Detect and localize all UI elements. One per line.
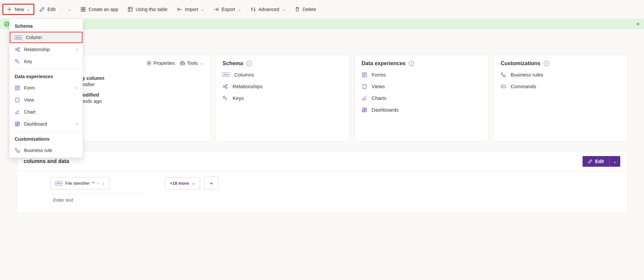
chevron-down-icon: ⌄ <box>68 7 71 12</box>
chevron-down-icon: ⌄ <box>613 159 617 164</box>
dropdown-section-custom: Customizations <box>9 133 83 144</box>
import-button[interactable]: Import ⌄ <box>173 4 208 15</box>
menu-item-label: Key <box>24 59 32 64</box>
menu-item-business-rule[interactable]: Business rule <box>9 144 83 156</box>
using-table-button[interactable]: Using this table <box>124 4 172 15</box>
keys-link[interactable]: Keys <box>222 95 342 101</box>
chevron-down-icon: ⌄ <box>200 61 203 65</box>
chevron-down-icon: ⌄ <box>201 7 204 12</box>
chart-icon <box>15 109 20 115</box>
info-icon[interactable]: i <box>409 61 414 66</box>
table-icon <box>128 7 133 12</box>
menu-item-label: Dashboard <box>24 121 47 127</box>
trash-icon <box>295 7 300 12</box>
data-cell-input[interactable]: Enter text <box>50 194 151 206</box>
custom-card-title: Customizations <box>501 60 540 66</box>
info-icon[interactable]: i <box>544 61 549 66</box>
delete-label: Delete <box>303 7 316 12</box>
views-link[interactable]: Views <box>362 84 481 89</box>
more-columns-button[interactable]: +18 more ⌄ <box>165 177 200 189</box>
edit-split-button[interactable]: ⌄ <box>609 156 620 167</box>
required-indicator: * <box>93 181 94 186</box>
key-icon <box>222 96 228 101</box>
divider <box>9 131 83 132</box>
link-label: Views <box>372 84 385 89</box>
info-icon[interactable]: i <box>247 61 252 66</box>
menu-item-key[interactable]: Key <box>9 55 83 67</box>
svg-rect-4 <box>128 7 132 11</box>
menu-item-label: Business rule <box>24 148 52 153</box>
link-label: Commands <box>511 84 536 89</box>
relationships-link[interactable]: Relationships <box>222 84 342 89</box>
new-label: New <box>15 7 24 12</box>
link-label: Dashboards <box>372 107 399 113</box>
delete-button[interactable]: Delete <box>291 4 320 15</box>
plus-icon: ＋ <box>208 179 214 187</box>
new-button[interactable]: New ⌄ <box>3 4 34 15</box>
chart-icon <box>362 96 367 101</box>
chevron-right-icon: › <box>76 86 77 90</box>
menu-item-label: Column <box>26 35 42 40</box>
svg-rect-30 <box>365 110 366 112</box>
dropdown-section-schema: Schema <box>9 20 83 31</box>
columns-link[interactable]: Abc Columns <box>222 72 342 78</box>
last-modified-value: 15 seconds ago <box>66 98 203 104</box>
using-table-label: Using this table <box>136 7 168 12</box>
cards-row: Properties Tools ⌄ Primary column File i… <box>17 55 627 142</box>
commands-link[interactable]: Commands <box>501 84 620 89</box>
column-header-file-identifier[interactable]: Abc File identifier * ↑ ⌄ <box>50 177 110 189</box>
menu-item-relationship[interactable]: Relationship › <box>9 43 83 55</box>
success-bar: ✕ <box>0 19 644 29</box>
link-label: Forms <box>372 72 386 78</box>
svg-rect-19 <box>18 151 19 152</box>
svg-rect-31 <box>362 111 364 112</box>
close-icon[interactable]: ✕ <box>636 21 640 27</box>
dashboards-link[interactable]: Dashboards <box>362 107 481 113</box>
properties-link[interactable]: Properties <box>146 60 175 66</box>
create-app-button[interactable]: Create an app <box>76 4 122 15</box>
export-button[interactable]: Export ⌄ <box>209 4 245 15</box>
edit-button[interactable]: Edit <box>35 4 59 15</box>
divider <box>9 69 83 69</box>
svg-rect-29 <box>365 108 366 109</box>
primary-column-label: Primary column <box>66 75 203 81</box>
view-icon <box>15 97 20 103</box>
svg-rect-15 <box>18 122 19 123</box>
chevron-right-icon: › <box>76 122 77 126</box>
edit-split-chevron[interactable]: ⌄ <box>64 4 75 14</box>
advanced-button[interactable]: Advanced ⌄ <box>247 4 289 15</box>
flow-icon <box>15 148 20 153</box>
separator <box>61 6 62 13</box>
page-content: pboxFiles Properties Tools ⌄ Pr <box>0 37 644 227</box>
abc-icon: Abc <box>15 35 22 40</box>
charts-link[interactable]: Charts <box>362 95 481 101</box>
menu-item-form[interactable]: Form › <box>9 82 83 94</box>
schema-card: Schema i Abc Columns Relationships Keys <box>215 55 349 142</box>
menu-item-dashboard[interactable]: Dashboard › <box>9 118 83 130</box>
last-modified-label: Last modified <box>66 92 203 98</box>
svg-rect-0 <box>81 7 83 9</box>
arrow-up-icon: ↑ <box>97 181 99 186</box>
command-icon <box>501 84 506 89</box>
edit-data-button[interactable]: Edit ⌄ <box>583 156 620 167</box>
sliders-icon <box>251 7 256 12</box>
svg-rect-1 <box>84 7 85 9</box>
pencil-icon <box>39 7 45 12</box>
link-label: Business rules <box>511 72 543 78</box>
menu-item-label: Form <box>24 85 35 91</box>
menu-item-column[interactable]: Abc Column <box>9 31 83 43</box>
toolbox-icon <box>180 60 185 66</box>
add-column-button[interactable]: ＋ <box>204 176 219 190</box>
svg-rect-3 <box>84 10 85 11</box>
menu-item-view[interactable]: View <box>9 94 83 106</box>
forms-link[interactable]: Forms <box>362 72 481 78</box>
edit-label: Edit <box>47 7 55 12</box>
chevron-right-icon: › <box>76 47 77 52</box>
svg-rect-17 <box>15 125 17 126</box>
menu-item-chart[interactable]: Chart <box>9 106 83 118</box>
placeholder-text: Enter text <box>53 197 73 203</box>
tools-link[interactable]: Tools ⌄ <box>180 60 203 66</box>
chevron-down-icon: ⌄ <box>27 7 30 12</box>
business-rules-link[interactable]: Business rules <box>501 72 620 78</box>
columns-and-data-section: columns and data Edit ⌄ Abc File identif… <box>17 152 627 213</box>
